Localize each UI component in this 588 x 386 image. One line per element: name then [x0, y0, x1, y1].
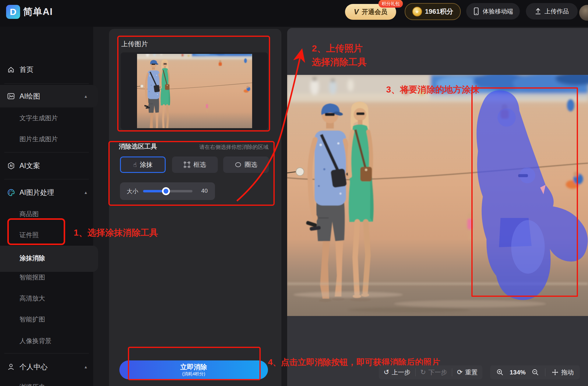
- credits-button[interactable]: ★ 1961积分: [405, 3, 461, 20]
- zoom-out-icon: [532, 369, 539, 376]
- sidebar-item-label: 人像换背景: [19, 337, 51, 345]
- tool-label: 圈选: [245, 160, 257, 169]
- toolbar-divider: [545, 368, 545, 376]
- sidebar-item-image2image[interactable]: 图片生成图片: [0, 132, 91, 146]
- beach-photo-canvas[interactable]: [287, 75, 588, 316]
- sidebar-item-label: 涂抹消除: [19, 254, 45, 262]
- sidebar-item-smear-erase[interactable]: 涂抹消除: [0, 251, 91, 265]
- sidebar-item-portrait-background[interactable]: 人像换背景: [0, 334, 91, 348]
- upload-work-button[interactable]: 上传作品: [526, 3, 578, 19]
- erase-now-label: 立即消除: [180, 363, 207, 371]
- uploaded-image-container[interactable]: [121, 52, 268, 130]
- redo-icon: ↻: [420, 369, 426, 376]
- caret-up-icon[interactable]: ▲: [84, 365, 88, 369]
- erase-now-button[interactable]: 立即消除 (消耗4积分): [119, 360, 268, 379]
- upload-work-label: 上传作品: [544, 7, 569, 16]
- sidebar-group-label: AI绘图: [19, 92, 40, 101]
- sidebar-item-label: 文字生成图片: [19, 114, 58, 122]
- user-icon: [7, 363, 15, 371]
- logo-icon: D: [6, 5, 20, 19]
- sidebar-divider: [4, 83, 89, 84]
- sidebar-item-smart-expand[interactable]: 智能扩图: [0, 312, 91, 327]
- sidebar-divider: [4, 152, 89, 153]
- smear-hand-icon: ☝: [133, 161, 137, 168]
- drag-tool-label: 拖动: [561, 368, 574, 377]
- sidebar-item-label: 智能抠图: [19, 273, 45, 282]
- tool-marquee-button[interactable]: 框选: [172, 156, 218, 173]
- toolbar-divider: [452, 368, 452, 376]
- sidebar-nav: 首页 AI绘图 ▲ 文字生成图片 图片生成图片 AI AI文案 AI图片处理 ▲…: [0, 27, 93, 386]
- redo-button[interactable]: ↻ 下一步: [420, 368, 447, 377]
- drag-tool-button[interactable]: 拖动: [551, 368, 574, 377]
- sidebar-group-ai-draw[interactable]: AI绘图 ▲: [0, 89, 91, 104]
- zoom-level-value: 134%: [510, 369, 526, 376]
- open-vip-label: 开通会员: [362, 8, 387, 16]
- zoom-in-button[interactable]: [496, 369, 504, 376]
- sidebar-group-label: 个人中心: [19, 362, 48, 372]
- sidebar-divider: [4, 179, 89, 179]
- sidebar-item-label: 高清放大: [19, 294, 45, 303]
- credit-gift-badge: 积分礼包: [379, 0, 403, 8]
- reset-icon: ⟳: [457, 369, 463, 376]
- sidebar-item-smart-cutout[interactable]: 智能抠图: [0, 270, 91, 285]
- sidebar-item-label: 浏览历史: [19, 383, 45, 386]
- sidebar-item-label: 商品图: [19, 210, 39, 218]
- erase-tools-title: 消除选区工具: [119, 142, 157, 151]
- coin-icon: ★: [412, 7, 422, 16]
- mobile-app-label: 体验移动端: [483, 7, 513, 16]
- sidebar-item-label: 智能扩图: [19, 315, 45, 324]
- app-logo[interactable]: D 简单AI: [6, 5, 53, 19]
- sidebar-group-ai-image-processing[interactable]: AI图片处理 ▲: [0, 185, 91, 200]
- toolbar-divider: [415, 368, 416, 376]
- undo-button[interactable]: ↺ 上一步: [384, 368, 410, 377]
- tool-smear-button[interactable]: ☝ 涂抹: [120, 156, 166, 173]
- brush-size-value: 40: [201, 188, 208, 194]
- sidebar-item-hd-upscale[interactable]: 高清放大: [0, 291, 91, 306]
- tool-label: 涂抹: [140, 160, 153, 169]
- lasso-circle-icon: [235, 161, 241, 168]
- marquee-icon: [184, 161, 190, 168]
- tool-label: 框选: [193, 160, 206, 169]
- brush-size-label: 大小: [127, 188, 138, 195]
- sidebar-group-personal-center[interactable]: 个人中心 ▲: [0, 360, 91, 374]
- image-icon: [7, 92, 15, 100]
- zoom-out-button[interactable]: [532, 369, 539, 376]
- sidebar-group-label: AI图片处理: [19, 188, 54, 197]
- reset-button[interactable]: ⟳ 重置: [457, 368, 477, 377]
- slider-fill: [143, 190, 164, 192]
- sidebar-item-home[interactable]: 首页: [0, 62, 91, 77]
- phone-icon: [473, 7, 480, 15]
- sidebar-item-label: 证件照: [19, 231, 39, 239]
- brush-size-slider[interactable]: [143, 190, 192, 192]
- home-icon: [7, 65, 15, 74]
- ai-doc-icon: AI: [7, 161, 15, 170]
- redo-label: 下一步: [428, 368, 447, 377]
- erase-cost-label: (消耗4积分): [182, 371, 205, 377]
- sidebar-item-browse-history[interactable]: 浏览历史: [0, 380, 91, 386]
- slider-thumb[interactable]: [162, 187, 170, 195]
- mobile-app-button[interactable]: 体验移动端: [466, 3, 520, 19]
- sidebar-item-product-image[interactable]: 商品图: [0, 207, 91, 221]
- sidebar-item-label: 首页: [19, 65, 33, 74]
- sidebar-divider: [4, 353, 89, 353]
- reset-label: 重置: [465, 368, 477, 377]
- sidebar-item-text2image[interactable]: 文字生成图片: [0, 111, 91, 125]
- tool-lasso-button[interactable]: 圈选: [223, 156, 269, 173]
- svg-text:AI: AI: [9, 164, 12, 167]
- history-toolbar: ↺ 上一步 ↻ 下一步 ⟳ 重置: [379, 365, 482, 379]
- top-header: D 简单AI V 开通会员 积分礼包 ★ 1961积分 体验移动端 上传作品: [0, 0, 588, 27]
- sidebar-item-ai-copywriting[interactable]: AI AI文案: [0, 158, 91, 173]
- caret-up-icon[interactable]: ▲: [84, 94, 88, 99]
- brush-size-control: 大小 40: [120, 182, 215, 200]
- undo-icon: ↺: [384, 369, 389, 376]
- undo-label: 上一步: [392, 368, 410, 377]
- upload-icon: [535, 8, 541, 15]
- user-avatar[interactable]: [579, 5, 588, 21]
- sidebar-item-id-photo[interactable]: 证件照: [0, 228, 91, 242]
- caret-up-icon[interactable]: ▲: [84, 190, 88, 195]
- vip-v-icon: V: [354, 8, 359, 16]
- uploaded-image-thumbnail: [137, 54, 252, 128]
- zoom-toolbar: 134% 拖动: [490, 365, 580, 379]
- upload-section-title: 上传图片: [121, 40, 148, 49]
- sidebar-item-label: AI文案: [19, 161, 40, 170]
